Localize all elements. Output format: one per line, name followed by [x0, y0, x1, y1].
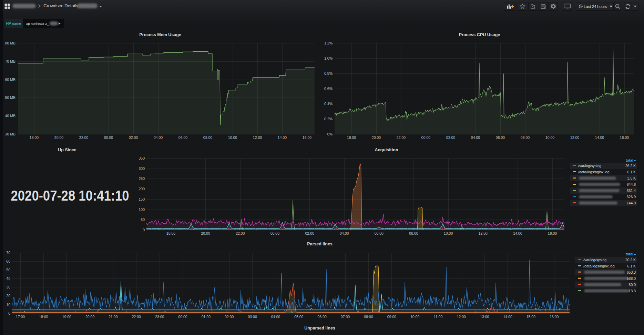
svg-text:14:00: 14:00 [278, 135, 287, 140]
svg-text:08:00: 08:00 [203, 135, 212, 140]
svg-text:20:00: 20:00 [85, 315, 94, 319]
svg-text:14:00: 14:00 [513, 231, 522, 235]
svg-text:653.3: 653.3 [627, 270, 636, 274]
svg-text:588.0: 588.0 [627, 276, 636, 281]
svg-text:total: total [626, 158, 633, 162]
svg-text:/data/logs/nginx.log: /data/logs/nginx.log [583, 264, 615, 268]
svg-text:04:00: 04:00 [154, 135, 163, 140]
svg-text:22:00: 22:00 [397, 135, 406, 140]
svg-text:16:00: 16:00 [303, 135, 311, 140]
svg-text:80 MB: 80 MB [5, 41, 16, 45]
svg-text:144.0: 144.0 [627, 201, 636, 205]
svg-text:18:00: 18:00 [30, 135, 39, 140]
svg-text:12:00: 12:00 [479, 231, 488, 235]
svg-text:/var/log/syslog: /var/log/syslog [583, 258, 606, 262]
svg-text:02:00: 02:00 [129, 135, 138, 140]
svg-text:10:00: 10:00 [444, 231, 453, 235]
svg-text:11:00: 11:00 [434, 315, 443, 319]
svg-text:10: 10 [6, 303, 10, 307]
svg-text:1.0%: 1.0% [324, 56, 333, 60]
svg-text:70 MB: 70 MB [5, 59, 16, 63]
svg-text:26.2 K: 26.2 K [625, 164, 636, 168]
svg-text:Acquisition: Acquisition [375, 148, 398, 152]
svg-text:Process Mem Usage: Process Mem Usage [139, 32, 181, 37]
svg-text:00:00: 00:00 [104, 135, 113, 140]
svg-text:50: 50 [6, 268, 10, 272]
svg-text:08:00: 08:00 [521, 135, 530, 140]
svg-text:14:00: 14:00 [595, 135, 604, 140]
svg-text:350: 350 [139, 156, 145, 160]
svg-text:06:00: 06:00 [178, 135, 187, 140]
svg-text:/data/logs/nginx.log: /data/logs/nginx.log [578, 170, 610, 174]
svg-text:644.6: 644.6 [627, 182, 636, 186]
svg-text:331.4: 331.4 [627, 189, 636, 193]
svg-text:Process CPU Usage: Process CPU Usage [459, 32, 500, 37]
svg-text:20.2 K: 20.2 K [625, 258, 636, 262]
svg-text:0.2%: 0.2% [324, 117, 333, 121]
svg-text:15:00: 15:00 [527, 315, 535, 319]
svg-text:08:00: 08:00 [409, 231, 418, 235]
svg-text:02:00: 02:00 [446, 135, 455, 140]
svg-text:00:00: 00:00 [421, 135, 430, 140]
svg-text:326.9: 326.9 [627, 195, 636, 199]
svg-text:60.0: 60.0 [629, 283, 636, 287]
svg-text:150: 150 [139, 197, 145, 201]
svg-text:04:00: 04:00 [340, 231, 349, 235]
svg-text:250: 250 [139, 176, 145, 181]
svg-text:18:00: 18:00 [347, 135, 356, 140]
svg-text:18:00: 18:00 [166, 231, 175, 235]
svg-text:6.1 K: 6.1 K [627, 170, 636, 174]
svg-text:02:00: 02:00 [305, 231, 314, 235]
svg-text:Parsed lines: Parsed lines [307, 242, 333, 246]
svg-text:200: 200 [139, 187, 145, 191]
svg-text:13.3: 13.3 [629, 289, 636, 293]
svg-text:09:00: 09:00 [387, 315, 396, 319]
svg-text:22:00: 22:00 [132, 315, 141, 319]
svg-text:Unparsed lines: Unparsed lines [304, 326, 335, 331]
svg-text:60 MB: 60 MB [5, 78, 16, 82]
svg-text:18:00: 18:00 [39, 315, 48, 319]
svg-text:12:00: 12:00 [457, 315, 466, 319]
svg-text:Up Since: Up Since [58, 148, 76, 152]
svg-text:20:00: 20:00 [372, 135, 381, 140]
svg-text:6.1 K: 6.1 K [627, 264, 636, 268]
svg-text:13:00: 13:00 [480, 315, 489, 319]
svg-text:12:00: 12:00 [570, 135, 579, 140]
svg-text:20:00: 20:00 [201, 231, 210, 235]
svg-text:04:00: 04:00 [271, 315, 280, 319]
svg-text:12:00: 12:00 [253, 135, 262, 140]
svg-text:1.2%: 1.2% [324, 41, 333, 45]
svg-text:01:00: 01:00 [202, 315, 211, 319]
svg-text:05:00: 05:00 [294, 315, 303, 319]
svg-text:20: 20 [6, 294, 10, 298]
svg-text:70: 70 [6, 251, 10, 255]
svg-text:30: 30 [6, 285, 10, 289]
svg-text:23:00: 23:00 [155, 315, 164, 319]
svg-text:02:00: 02:00 [225, 315, 234, 319]
svg-text:14:00: 14:00 [503, 315, 512, 319]
svg-text:100: 100 [139, 207, 145, 212]
svg-text:07:00: 07:00 [341, 315, 350, 319]
svg-text:16:00: 16:00 [550, 315, 559, 319]
svg-text:00:00: 00:00 [178, 315, 187, 319]
svg-text:10:00: 10:00 [228, 135, 237, 140]
svg-text:0.4%: 0.4% [324, 102, 333, 106]
svg-text:30 MB: 30 MB [5, 132, 16, 136]
svg-text:/var/log/syslog: /var/log/syslog [578, 164, 601, 168]
svg-text:16:00: 16:00 [548, 231, 557, 235]
svg-text:06:00: 06:00 [375, 231, 384, 235]
svg-text:06:00: 06:00 [318, 315, 327, 319]
svg-text:50: 50 [141, 217, 145, 222]
svg-text:40 MB: 40 MB [5, 114, 16, 118]
svg-text:04:00: 04:00 [471, 135, 480, 140]
svg-text:0: 0 [143, 228, 145, 232]
svg-text:10:00: 10:00 [545, 135, 554, 140]
svg-text:17:00: 17:00 [16, 315, 25, 319]
svg-text:16:00: 16:00 [620, 135, 629, 140]
svg-text:06:00: 06:00 [496, 135, 505, 140]
svg-text:60: 60 [6, 259, 10, 263]
svg-text:08:00: 08:00 [364, 315, 373, 319]
svg-text:20:00: 20:00 [54, 135, 63, 140]
svg-text:00:00: 00:00 [270, 231, 279, 235]
svg-text:03:00: 03:00 [248, 315, 257, 319]
